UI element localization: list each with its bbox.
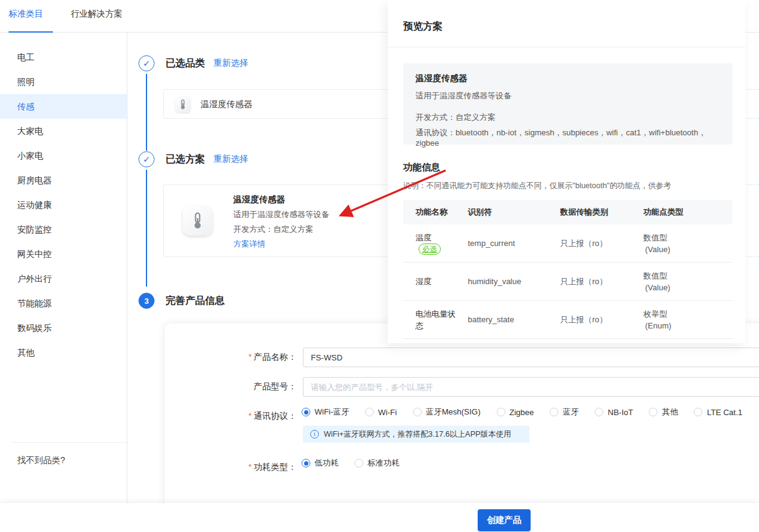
protocol-radio-option-6[interactable]: 其他 bbox=[649, 407, 678, 418]
solution-card-text: 温湿度传感器 适用于温湿度传感器等设备 开发方式：自定义方案 方案详情 bbox=[233, 194, 329, 250]
info-icon: i bbox=[310, 430, 319, 439]
footer-bar: 创建产品 bbox=[0, 503, 759, 532]
solution-preview-panel: 预览方案 温湿度传感器 适用于温湿度传感器等设备 开发方式：自定义方案 通讯协议… bbox=[388, 0, 745, 343]
radio-icon[interactable] bbox=[694, 408, 702, 416]
sidebar-item-3[interactable]: 大家电 bbox=[0, 119, 127, 143]
thermometer-icon bbox=[175, 97, 191, 113]
sidebar-item-6[interactable]: 运动健康 bbox=[0, 193, 127, 217]
radio-label: 蓝牙 bbox=[563, 407, 579, 418]
sidebar-item-0[interactable]: 电工 bbox=[0, 45, 127, 69]
sidebar-item-4[interactable]: 小家电 bbox=[0, 143, 127, 168]
preview-solution-desc: 适用于温湿度传感器等设备 bbox=[416, 90, 720, 101]
product-name-input[interactable] bbox=[303, 347, 759, 367]
function-datapoint-type: 数值型(Value) bbox=[643, 232, 733, 255]
function-datapoint-type: 数值型(Value) bbox=[643, 270, 733, 293]
radio-icon[interactable] bbox=[595, 408, 603, 416]
step1-header: ✓ 已选品类 重新选择 bbox=[139, 55, 248, 71]
required-asterisk: * bbox=[249, 411, 252, 421]
protocol-radio-option-7[interactable]: LTE Cat.1 bbox=[694, 408, 742, 417]
preview-title: 预览方案 bbox=[403, 20, 443, 33]
radio-icon[interactable] bbox=[302, 408, 310, 416]
sidebar-item-12[interactable]: 其他 bbox=[0, 340, 127, 365]
sidebar-item-1[interactable]: 照明 bbox=[0, 69, 127, 94]
radio-label: 标准功耗 bbox=[367, 458, 400, 469]
protocol-radio-option-5[interactable]: NB-IoT bbox=[595, 408, 633, 417]
sidebar-item-8[interactable]: 网关中控 bbox=[0, 242, 127, 266]
sidebar-item-2[interactable]: 传感 bbox=[0, 94, 127, 119]
solution-detail-link[interactable]: 方案详情 bbox=[233, 239, 329, 250]
col-transfer-type: 数据传输类别 bbox=[560, 207, 643, 218]
category-not-found-link[interactable]: 找不到品类? bbox=[17, 455, 65, 466]
preview-protocols: 通讯协议：bluetooth，nb-iot，sigmesh，subpieces，… bbox=[416, 127, 720, 148]
tab-industry-solution[interactable]: 行业解决方案 bbox=[71, 9, 122, 20]
sidebar-item-9[interactable]: 户外出行 bbox=[0, 266, 127, 291]
protocol-radio-option-3[interactable]: Zigbee bbox=[497, 408, 534, 417]
function-transfer-type: 只上报（ro） bbox=[560, 314, 643, 325]
radio-icon[interactable] bbox=[550, 408, 558, 416]
col-datapoint-type: 功能点类型 bbox=[643, 207, 733, 218]
protocol-radio-option-4[interactable]: 蓝牙 bbox=[550, 407, 579, 418]
power-type-label: *功耗类型： bbox=[203, 462, 297, 473]
radio-icon[interactable] bbox=[413, 408, 422, 416]
radio-icon[interactable] bbox=[355, 459, 363, 467]
col-identifier: 识别符 bbox=[468, 207, 560, 218]
preview-solution-card: 温湿度传感器 适用于温湿度传感器等设备 开发方式：自定义方案 通讯协议：blue… bbox=[403, 63, 733, 145]
sidebar-item-7[interactable]: 安防监控 bbox=[0, 217, 127, 242]
thermometer-icon bbox=[183, 206, 212, 236]
sidebar-item-10[interactable]: 节能能源 bbox=[0, 291, 127, 316]
radio-label: WiFi-蓝牙 bbox=[315, 407, 349, 418]
preview-dev-mode: 开发方式：自定义方案 bbox=[416, 112, 720, 123]
radio-icon[interactable] bbox=[302, 459, 310, 467]
preview-solution-name: 温湿度传感器 bbox=[416, 73, 720, 84]
functions-table: 功能名称 识别符 数据传输类别 功能点类型 温度必选temp_current只上… bbox=[403, 200, 733, 339]
radio-label: LTE Cat.1 bbox=[707, 408, 742, 417]
step3-header: 3 完善产品信息 bbox=[139, 293, 225, 309]
function-name: 温度 bbox=[416, 232, 461, 244]
step3-number-badge: 3 bbox=[139, 293, 155, 309]
function-identifier: temp_current bbox=[468, 239, 560, 248]
protocol-radio-option-0[interactable]: WiFi-蓝牙 bbox=[302, 407, 349, 418]
product-model-input[interactable] bbox=[303, 377, 759, 397]
functions-table-body: 温度必选temp_current只上报（ro）数值型(Value)湿度humid… bbox=[403, 224, 733, 339]
function-transfer-type: 只上报（ro） bbox=[560, 276, 643, 287]
radio-icon[interactable] bbox=[649, 408, 657, 416]
functions-section-title: 功能信息 bbox=[403, 162, 440, 173]
functions-table-header: 功能名称 识别符 数据传输类别 功能点类型 bbox=[403, 200, 733, 224]
sidebar-item-5[interactable]: 厨房电器 bbox=[0, 168, 127, 193]
step2-reselect-link[interactable]: 重新选择 bbox=[214, 154, 248, 165]
function-identifier: humidity_value bbox=[468, 277, 560, 286]
preview-divider bbox=[388, 47, 745, 47]
power-radio-option-0[interactable]: 低功耗 bbox=[302, 458, 339, 469]
solution-dev-mode: 开发方式：自定义方案 bbox=[233, 224, 329, 235]
step-connector-2 bbox=[146, 170, 147, 287]
required-asterisk: * bbox=[249, 352, 252, 362]
function-transfer-type: 只上报（ro） bbox=[560, 238, 643, 249]
sidebar-item-11[interactable]: 数码娱乐 bbox=[0, 316, 127, 340]
required-asterisk: * bbox=[249, 462, 252, 472]
tab-standard-category[interactable]: 标准类目 bbox=[9, 9, 43, 20]
function-identifier: battery_state bbox=[468, 315, 560, 324]
step2-title: 已选方案 bbox=[166, 153, 205, 166]
functions-note: 说明：不同通讯能力可能支持功能点不同，仅展示"bluetooth"的功能点，供参… bbox=[403, 181, 671, 191]
function-datapoint-type: 枚举型(Enum) bbox=[643, 308, 733, 332]
power-radio-group: 低功耗标准功耗 bbox=[302, 458, 400, 469]
step1-reselect-link[interactable]: 重新选择 bbox=[214, 58, 248, 69]
protocol-info-banner: i WiFi+蓝牙联网方式，推荐搭配3.17.6以上APP版本使用 bbox=[303, 426, 529, 443]
step1-title: 已选品类 bbox=[166, 57, 205, 70]
protocol-radio-option-1[interactable]: Wi-Fi bbox=[365, 408, 396, 417]
radio-label: Zigbee bbox=[510, 408, 534, 417]
function-row-0: 温度必选temp_current只上报（ro）数值型(Value) bbox=[403, 224, 733, 263]
create-product-button[interactable]: 创建产品 bbox=[478, 509, 531, 531]
solution-desc: 适用于温湿度传感器等设备 bbox=[233, 209, 329, 220]
radio-icon[interactable] bbox=[497, 408, 505, 416]
power-radio-option-1[interactable]: 标准功耗 bbox=[355, 458, 400, 469]
radio-icon[interactable] bbox=[365, 408, 374, 416]
sidebar-list: 电工照明传感大家电小家电厨房电器运动健康安防监控网关中控户外出行节能能源数码娱乐… bbox=[0, 33, 127, 365]
radio-label: 低功耗 bbox=[315, 458, 339, 469]
radio-label: 其他 bbox=[662, 407, 678, 418]
step2-header: ✓ 已选方案 重新选择 bbox=[139, 151, 248, 167]
step2-check-icon: ✓ bbox=[139, 151, 155, 167]
protocol-radio-option-2[interactable]: 蓝牙Mesh(SIG) bbox=[413, 407, 481, 418]
function-name: 电池电量状态 bbox=[416, 308, 461, 332]
radio-label: Wi-Fi bbox=[378, 408, 396, 417]
